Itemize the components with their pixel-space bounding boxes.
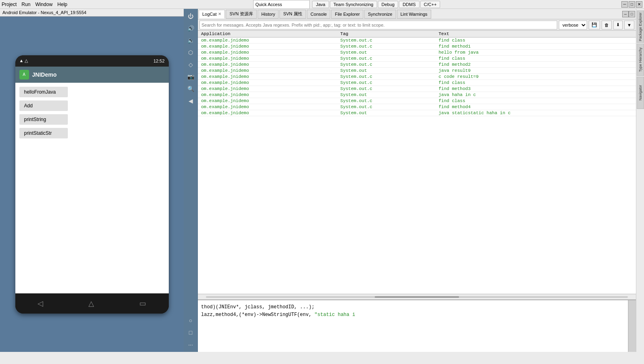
log-app: om.example.jnidemo (198, 104, 337, 110)
clear-log-btn[interactable]: 🗑 (602, 21, 612, 29)
maximize-button[interactable]: □ (629, 1, 635, 8)
log-tag: System.out.c (337, 62, 435, 68)
verbose-select[interactable]: verbose debug info warn error (559, 21, 587, 29)
log-scroll-area[interactable] (198, 294, 636, 299)
fr-btn-1[interactable]: Type Hierarchy (637, 44, 644, 76)
log-text: java staticstatic haha in c (435, 110, 636, 116)
nav-home-icon[interactable]: △ (88, 299, 94, 308)
phone-btn-3[interactable]: printStaticStr (19, 128, 68, 138)
table-row[interactable]: om.example.jnidemo System.out java resul… (198, 68, 636, 74)
log-app: om.example.jnidemo (198, 74, 337, 80)
tool-more-btn[interactable]: ··· (185, 339, 196, 350)
tool-power-btn[interactable]: ⏻ (185, 10, 196, 22)
tool-tag-btn[interactable]: ⬡ (185, 47, 196, 58)
tab-svn-resources-label: SVN 资源库 (229, 11, 253, 17)
phone-frame: ▲ △ 12:52 A JNIDemo helloFromJava Add pr… (15, 55, 169, 314)
tab-synchronize[interactable]: Synchronize (364, 10, 396, 19)
log-tag: System.out (337, 50, 435, 56)
table-row[interactable]: om.example.jnidemo System.out.c find met… (198, 104, 636, 110)
fr-btn-2[interactable]: Navigator (637, 77, 644, 109)
panel-maximize-btn[interactable]: □ (629, 11, 635, 17)
table-row[interactable]: om.example.jnidemo System.out.c find cla… (198, 38, 636, 44)
log-text: find method3 (435, 86, 636, 92)
toolbar-debug-btn[interactable]: Debug (378, 1, 398, 8)
tab-bar: LogCat ✕ SVN 资源库 History SVN 属性 Console … (198, 9, 636, 19)
table-row[interactable]: om.example.jnidemo System.out java stati… (198, 110, 636, 116)
tab-lint-warnings[interactable]: Lint Warnings (397, 10, 431, 19)
search-input[interactable] (199, 21, 557, 29)
nav-back-icon[interactable]: ◁ (38, 299, 43, 308)
log-text: find method4 (435, 104, 636, 110)
table-row[interactable]: om.example.jnidemo System.out.c find cla… (198, 98, 636, 104)
log-tag: System.out.c (337, 44, 435, 50)
toolbar-ddms-btn[interactable]: DDMS (399, 1, 419, 8)
main-layout: Android Emulator - Nexus_4_API_19:5554 ▲… (0, 9, 644, 352)
table-row[interactable]: om.example.jnidemo System.out java haha … (198, 92, 636, 98)
phone-nav-bar: ◁ △ ▭ (15, 293, 169, 314)
table-row[interactable]: om.example.jnidemo System.out.c find cla… (198, 56, 636, 62)
panel-minimize-btn[interactable]: ─ (622, 11, 629, 17)
tool-square-btn[interactable]: □ (185, 327, 196, 338)
table-row[interactable]: om.example.jnidemo System.out.c find met… (198, 62, 636, 68)
menu-help[interactable]: Help (57, 2, 67, 7)
menu-run[interactable]: Run (21, 2, 30, 7)
tab-console[interactable]: Console (307, 10, 330, 19)
toolbar-java-btn[interactable]: Java (312, 1, 329, 8)
tool-volume-up-btn[interactable]: 🔊 (185, 23, 196, 34)
code-scrollbar[interactable] (628, 300, 636, 352)
log-text: java result9 (435, 68, 636, 74)
tab-logcat[interactable]: LogCat ✕ (199, 10, 225, 19)
log-table-container[interactable]: Application Tag Text om.example.jnidemo … (198, 31, 636, 294)
menu-project[interactable]: Project (2, 2, 17, 7)
log-tag: System.out (337, 68, 435, 74)
phone-app-icon: A (19, 70, 29, 79)
tab-console-label: Console (310, 12, 327, 17)
tool-camera-btn[interactable]: 📷 (185, 71, 196, 82)
menu-bar: Project Run Window Help Quick Access Jav… (0, 0, 644, 9)
tool-zoom-btn[interactable]: 🔍 (185, 83, 196, 94)
phone-btn-1[interactable]: Add (19, 100, 68, 111)
nav-recents-icon[interactable]: ▭ (139, 299, 146, 308)
log-text: find class (435, 38, 636, 44)
log-table: Application Tag Text om.example.jnidemo … (198, 31, 636, 116)
tools-sidebar: ⏻ 🔊 🔈 ⬡ ◇ 📷 🔍 ◀ ○ □ ··· (184, 9, 198, 352)
tab-file-explorer[interactable]: File Explorer (331, 10, 363, 19)
close-button[interactable]: ✕ (636, 1, 642, 8)
menu-window[interactable]: Window (35, 2, 52, 7)
log-text: find class (435, 80, 636, 86)
phone-btn-2[interactable]: printString (19, 114, 68, 125)
tab-history-label: History (261, 12, 275, 17)
table-row[interactable]: om.example.jnidemo System.out hello from… (198, 50, 636, 56)
tab-history[interactable]: History (258, 10, 279, 19)
log-app: om.example.jnidemo (198, 38, 337, 44)
tool-volume-down-btn[interactable]: 🔈 (185, 35, 196, 46)
tool-circle-btn[interactable]: ○ (185, 315, 196, 326)
tab-svn-props[interactable]: SVN 属性 (279, 10, 306, 19)
table-row[interactable]: om.example.jnidemo System.out.c find met… (198, 44, 636, 50)
code-text-2a: lazz,method4,(*env)->NewStringUTF(env, (201, 312, 312, 318)
table-row[interactable]: om.example.jnidemo System.out.c find met… (198, 86, 636, 92)
tab-logcat-close[interactable]: ✕ (218, 12, 221, 16)
window-controls: ─ □ ✕ (621, 1, 642, 8)
toolbar-cpp-btn[interactable]: C/C++ (420, 1, 441, 8)
phone-screen: A JNIDemo helloFromJava Add printString … (15, 67, 169, 293)
log-tag: System.out.c (337, 74, 435, 80)
minimize-button[interactable]: ─ (621, 1, 628, 8)
toolbar-team-sync-btn[interactable]: Team Synchronizing (330, 1, 377, 8)
log-app: om.example.jnidemo (198, 44, 337, 50)
tool-back-btn[interactable]: ◀ (185, 95, 196, 107)
log-text: find method2 (435, 62, 636, 68)
table-row[interactable]: om.example.jnidemo System.out.c find cla… (198, 80, 636, 86)
quick-access-field[interactable]: Quick Access (253, 0, 310, 9)
scroll-log-btn[interactable]: ⬇ (613, 21, 623, 29)
save-log-btn[interactable]: 💾 (589, 21, 600, 29)
tab-svn-resources[interactable]: SVN 资源库 (226, 10, 257, 19)
phone-btn-0[interactable]: helloFromJava (19, 87, 68, 97)
tab-svn-props-label: SVN 属性 (283, 11, 302, 17)
emulator-content: ▲ △ 12:52 A JNIDemo helloFromJava Add pr… (0, 17, 184, 352)
filter-log-btn[interactable]: ▼ (624, 21, 634, 29)
table-row[interactable]: om.example.jnidemo System.out.c c code r… (198, 74, 636, 80)
fr-btn-0[interactable]: Package Explorer (637, 10, 644, 43)
log-app: om.example.jnidemo (198, 56, 337, 62)
tool-paint-btn[interactable]: ◇ (185, 59, 196, 70)
